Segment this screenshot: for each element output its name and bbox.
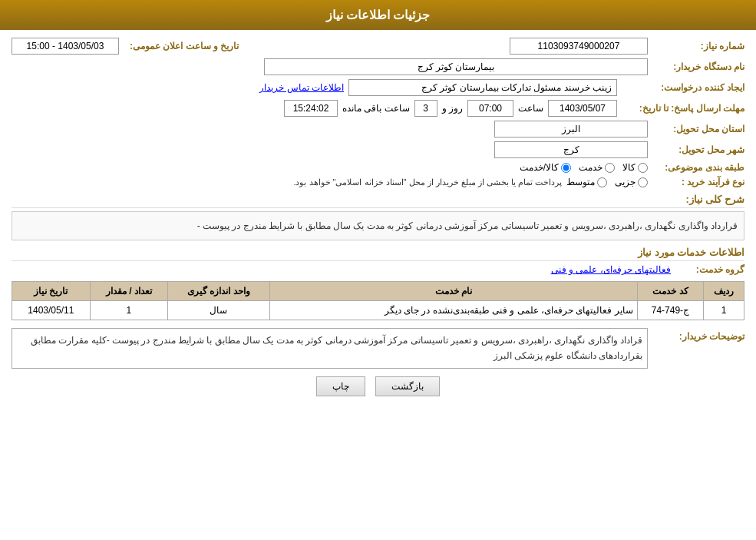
order-number-label: شماره نیاز: bbox=[652, 41, 744, 51]
cell-code: ج-749-74 bbox=[637, 301, 703, 320]
col-header-code: کد خدمت bbox=[637, 282, 703, 301]
reply-remaining-label: ساعت باقی مانده bbox=[342, 103, 410, 114]
announce-value: 1403/05/03 - 15:00 bbox=[12, 38, 119, 55]
services-section-title: اطلاعات خدمات مورد نیاز bbox=[12, 247, 744, 261]
summary-text: قرارداد واگذاری نگهداری ،راهبردی ،سرویس … bbox=[12, 211, 744, 240]
cell-name: سایر فعالیتهای حرفه‌ای، علمی و فنی طبقه‌… bbox=[269, 301, 637, 320]
col-header-row: ردیف bbox=[704, 282, 744, 301]
city-label: شهر محل تحویل: bbox=[652, 144, 744, 155]
org-value: بیمارستان کوثر کرج bbox=[264, 58, 648, 75]
city-value: کرج bbox=[494, 141, 648, 158]
purchase-type-radio-group: جزیی متوسط bbox=[566, 177, 648, 187]
back-button[interactable]: بازگشت bbox=[375, 376, 440, 396]
action-buttons: بازگشت چاپ bbox=[12, 376, 744, 396]
col-header-quantity: تعداد / مقدار bbox=[90, 282, 168, 301]
col-header-date: تاریخ نیاز bbox=[12, 282, 91, 301]
cell-unit: سال bbox=[168, 301, 270, 320]
province-label: استان محل تحویل: bbox=[652, 124, 744, 134]
order-number-value: 1103093749000207 bbox=[510, 38, 648, 55]
purchase-type-label: نوع فرآیند خرید : bbox=[652, 177, 744, 187]
print-button[interactable]: چاپ bbox=[316, 376, 365, 396]
category-option-khedmat[interactable]: خدمت bbox=[579, 162, 615, 173]
service-group-value[interactable]: فعالیتهای حرفه‌ای، علمی و فنی bbox=[551, 264, 671, 275]
page-title: جزئیات اطلاعات نیاز bbox=[326, 8, 431, 22]
buyer-notes-text: قراداد واگذاری نگهداری ،راهبردی ،سرویس و… bbox=[12, 328, 648, 368]
reply-remaining: 15:24:02 bbox=[284, 100, 338, 117]
reply-label: مهلت ارسال پاسخ: تا تاریخ: bbox=[622, 103, 744, 114]
cell-row: 1 bbox=[704, 301, 744, 320]
province-value: البرز bbox=[494, 121, 648, 137]
category-option-kala[interactable]: کالا bbox=[622, 162, 648, 173]
reply-time: 07:00 bbox=[467, 100, 513, 117]
category-option-kala-khedmat[interactable]: کالا/خدمت bbox=[520, 162, 571, 173]
col-header-name: نام خدمت bbox=[269, 282, 637, 301]
category-radio-group: کالا خدمت کالا/خدمت bbox=[520, 162, 648, 173]
table-row: 1 ج-749-74 سایر فعالیتهای حرفه‌ای، علمی … bbox=[12, 301, 744, 320]
services-table: ردیف کد خدمت نام خدمت واحد اندازه گیری ت… bbox=[12, 281, 744, 320]
col-header-unit: واحد اندازه گیری bbox=[168, 282, 270, 301]
reply-time-label: ساعت bbox=[518, 103, 543, 114]
cell-date: 1403/05/11 bbox=[12, 301, 91, 320]
purchase-option-jozi[interactable]: جزیی bbox=[615, 177, 648, 187]
purchase-option-motovaset[interactable]: متوسط bbox=[566, 177, 607, 187]
category-label: طبقه بندی موضوعی: bbox=[652, 162, 744, 173]
buyer-notes-label: توضیحات خریدار: bbox=[652, 328, 744, 342]
cell-quantity: 1 bbox=[90, 301, 168, 320]
service-group-label: گروه خدمت: bbox=[675, 264, 744, 275]
creator-value: زینب خرسند مسئول تدارکات بیمارستان کوثر … bbox=[348, 79, 617, 96]
page-header: جزئیات اطلاعات نیاز bbox=[0, 0, 756, 30]
reply-days-label: روز و bbox=[442, 103, 463, 114]
org-label: نام دستگاه خریدار: bbox=[652, 61, 744, 72]
reply-days: 3 bbox=[414, 100, 437, 117]
creator-label: ایجاد کننده درخواست: bbox=[622, 82, 744, 93]
reply-date: 1403/05/07 bbox=[548, 100, 617, 117]
purchase-note: پرداخت تمام یا بخشی از مبلغ خریدار از مح… bbox=[293, 177, 562, 187]
summary-section-title: شرح کلی نیاز: bbox=[12, 194, 744, 208]
contact-link[interactable]: اطلاعات تماس خریدار bbox=[259, 82, 344, 93]
announce-label: تاریخ و ساعت اعلان عمومی: bbox=[124, 41, 239, 51]
